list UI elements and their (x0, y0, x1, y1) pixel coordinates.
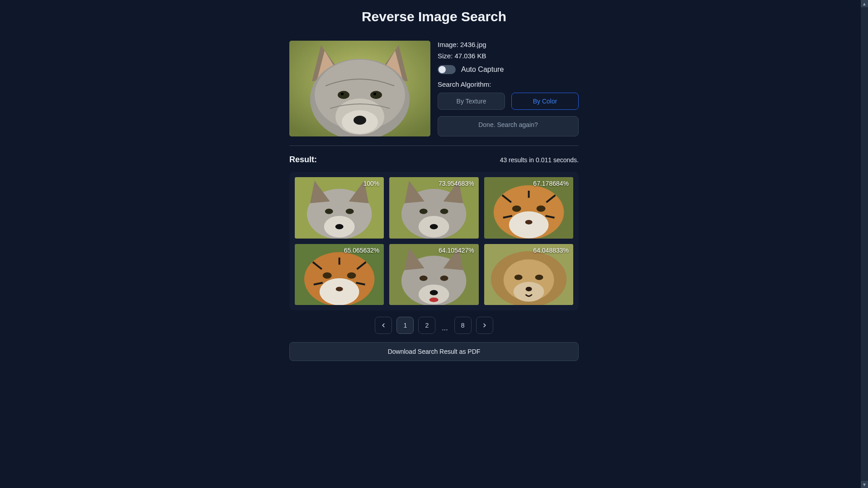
auto-capture-toggle[interactable] (438, 65, 456, 74)
result-heading: Result: (289, 155, 317, 164)
page-ellipsis: ... (440, 324, 449, 334)
svg-point-6 (354, 116, 366, 125)
match-percent: 64.048833% (533, 247, 569, 254)
svg-point-16 (346, 209, 354, 214)
svg-point-26 (512, 206, 521, 212)
chevron-right-icon (481, 322, 488, 328)
pagination: 1 2 ... 8 (289, 317, 579, 334)
result-thumb[interactable]: 64.048833% (484, 244, 573, 305)
fox-illustration (289, 41, 430, 136)
svg-point-15 (325, 209, 333, 214)
svg-point-7 (338, 91, 349, 99)
svg-point-45 (513, 282, 544, 301)
image-label-prefix: Image: (438, 41, 460, 48)
svg-point-48 (525, 286, 532, 291)
query-section: Image: 2436.jpg Size: 47.036 KB Auto Cap… (289, 41, 579, 136)
svg-point-27 (536, 206, 545, 212)
svg-point-14 (335, 224, 344, 230)
page-number-button[interactable]: 2 (418, 317, 435, 334)
results-grid: 100% 73.954683% 67.178684% 65.065632% 64… (289, 172, 579, 310)
svg-point-41 (440, 275, 448, 281)
svg-point-25 (509, 211, 548, 239)
result-thumb[interactable]: 73.954683% (389, 177, 478, 239)
svg-point-33 (347, 272, 356, 278)
search-again-button[interactable]: Done. Search again? (438, 116, 579, 136)
svg-point-34 (336, 286, 343, 291)
svg-point-21 (420, 209, 428, 214)
scroll-down-icon[interactable]: ▼ (861, 481, 868, 488)
svg-point-46 (514, 274, 522, 280)
svg-point-22 (440, 209, 448, 214)
svg-point-28 (525, 220, 532, 225)
query-meta: Image: 2436.jpg Size: 47.036 KB Auto Cap… (438, 41, 579, 136)
match-percent: 65.065632% (344, 247, 380, 254)
svg-point-8 (370, 91, 382, 99)
svg-point-32 (323, 272, 332, 278)
svg-point-47 (535, 274, 543, 280)
image-size-line: Size: 47.036 KB (438, 52, 579, 60)
match-percent: 100% (363, 180, 380, 187)
by-color-button[interactable]: By Color (511, 93, 579, 110)
svg-point-38 (430, 290, 438, 295)
query-image (289, 41, 430, 136)
algorithm-label: Search Algorithm: (438, 80, 579, 88)
page-title: Reverse Image Search (289, 9, 579, 24)
match-percent: 73.954683% (439, 180, 474, 187)
result-stats: 43 results in 0.011 seconds. (500, 156, 579, 164)
chevron-left-icon (380, 322, 387, 328)
result-thumb[interactable]: 64.105427% (389, 244, 478, 305)
match-percent: 64.105427% (439, 247, 474, 254)
svg-point-39 (429, 297, 439, 302)
size-label-prefix: Size: (438, 52, 455, 60)
match-percent: 67.178684% (533, 180, 569, 187)
result-thumb[interactable]: 65.065632% (295, 244, 384, 305)
size-value: 47.036 KB (455, 52, 486, 60)
next-page-button[interactable] (476, 317, 493, 334)
svg-point-31 (320, 278, 359, 305)
prev-page-button[interactable] (375, 317, 392, 334)
page-number-button[interactable]: 1 (396, 317, 414, 334)
page-number-button[interactable]: 8 (454, 317, 472, 334)
svg-point-10 (373, 93, 376, 95)
result-thumb[interactable]: 67.178684% (484, 177, 573, 239)
svg-point-40 (420, 275, 428, 281)
svg-point-9 (341, 93, 344, 95)
image-name-line: Image: 2436.jpg (438, 41, 579, 48)
result-thumb[interactable]: 100% (295, 177, 384, 239)
divider (289, 145, 579, 146)
auto-capture-label: Auto Capture (461, 66, 504, 74)
scroll-up-icon[interactable]: ▲ (861, 0, 868, 7)
image-name-value: 2436.jpg (460, 41, 486, 48)
scrollbar[interactable]: ▲ ▼ (861, 0, 868, 488)
download-pdf-button[interactable]: Download Search Result as PDF (289, 342, 579, 361)
by-texture-button[interactable]: By Texture (438, 93, 505, 110)
svg-point-20 (430, 224, 438, 230)
